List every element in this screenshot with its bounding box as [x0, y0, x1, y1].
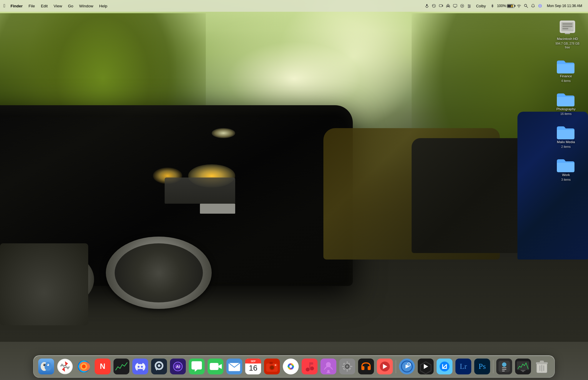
dock-compressor[interactable] [436, 358, 453, 375]
photography-sublabel: 16 items [560, 112, 572, 116]
mic-icon[interactable] [424, 3, 430, 9]
svg-rect-3 [439, 5, 442, 7]
notification-icon[interactable] [530, 3, 536, 9]
dock-istat[interactable] [514, 358, 532, 375]
svg-rect-127 [502, 371, 505, 371]
svg-rect-5 [453, 4, 457, 7]
desktop:  Finder File Edit View Go Window Help [0, 0, 588, 380]
svg-point-13 [470, 6, 470, 7]
menubar:  Finder File Edit View Go Window Help [0, 0, 588, 12]
window-menu[interactable]: Window [77, 3, 96, 9]
wallpaper-photo [0, 13, 588, 342]
dock-lightroom[interactable]: Lr [455, 358, 472, 375]
file-menu[interactable]: File [26, 3, 37, 9]
dock-facetime[interactable] [207, 358, 224, 375]
svg-point-124 [502, 362, 507, 367]
screen-record-icon[interactable] [438, 3, 444, 9]
dock-finder[interactable] [38, 358, 55, 375]
malix-media-label: Malix Media [557, 140, 575, 144]
svg-point-56 [158, 364, 160, 367]
dock-music[interactable] [301, 358, 318, 375]
desktop-item-malix-media[interactable]: Malix Media 2 items [553, 122, 579, 150]
dock-ai-tool[interactable]: AI [169, 358, 186, 375]
battery-icon: ⚡ [507, 4, 514, 8]
controls-icon[interactable] [467, 3, 472, 9]
svg-rect-125 [502, 367, 507, 368]
dock-podcasts[interactable] [320, 358, 337, 375]
dock-photo-capture[interactable] [263, 358, 280, 375]
dock-news[interactable]: N [94, 358, 111, 375]
finance-sublabel: 4 items [561, 79, 571, 83]
desktop-item-finance[interactable]: Finance 4 items [553, 56, 579, 84]
work-label: Work [562, 173, 570, 177]
svg-text:Ps: Ps [479, 362, 486, 371]
dock-photos[interactable] [282, 358, 299, 375]
time-machine-icon[interactable] [431, 3, 437, 9]
dock-discord[interactable] [132, 358, 149, 375]
desktop-item-work[interactable]: Work 3 items [553, 155, 579, 183]
help-menu[interactable]: Help [97, 3, 110, 9]
svg-rect-93 [326, 372, 330, 373]
finance-folder-icon [556, 57, 576, 73]
work-folder-icon [556, 156, 576, 172]
spotlight-icon[interactable] [523, 3, 529, 9]
dock-system-prefs[interactable] [339, 358, 356, 375]
dock-mail[interactable] [226, 358, 243, 375]
clock[interactable]: Mon Sep 16 11:36 AM [544, 3, 584, 9]
svg-point-36 [47, 364, 48, 365]
svg-point-34 [47, 364, 49, 366]
edit-menu[interactable]: Edit [39, 3, 50, 9]
dock-calendar[interactable]: SEP 16 [245, 358, 262, 375]
desktop-item-macintosh-hd[interactable]: Macintosh HD 994.7 GB, 278 GB free [553, 16, 582, 51]
svg-point-84 [289, 365, 292, 368]
siri-icon[interactable] [537, 3, 543, 9]
display-icon[interactable] [452, 3, 458, 9]
wifi-icon[interactable] [516, 3, 522, 9]
svg-point-33 [43, 364, 45, 366]
go-menu[interactable]: Go [66, 3, 76, 9]
dock-stocks[interactable] [113, 358, 130, 375]
svg-rect-130 [521, 370, 526, 371]
svg-point-46 [82, 364, 86, 368]
svg-rect-126 [502, 369, 507, 370]
svg-rect-98 [347, 369, 348, 371]
svg-text:Lr: Lr [460, 362, 467, 371]
dock-airdrop-downloads[interactable] [496, 358, 513, 375]
dock-steam[interactable] [151, 358, 168, 375]
dock-firefox[interactable] [75, 358, 92, 375]
dock-divider-2 [493, 360, 493, 373]
svg-text:N: N [100, 362, 106, 371]
svg-rect-0 [426, 4, 427, 6]
desktop-item-photography[interactable]: Photography 16 items [553, 89, 579, 117]
svg-rect-28 [565, 33, 570, 34]
bluetooth-icon[interactable] [490, 3, 495, 9]
hd-label: Macintosh HD [557, 37, 578, 41]
user-name[interactable]: Colby [474, 3, 488, 9]
svg-point-86 [306, 368, 310, 371]
svg-rect-25 [562, 26, 572, 27]
dock-messages[interactable] [188, 358, 205, 375]
svg-rect-100 [350, 366, 352, 367]
dock-garageband[interactable] [376, 358, 393, 375]
now-playing-icon[interactable] [460, 3, 465, 9]
dock-audacity[interactable] [358, 358, 375, 375]
dock-final-cut[interactable] [417, 358, 434, 375]
dock-photoshop[interactable]: Ps [474, 358, 491, 375]
svg-rect-89 [309, 362, 313, 364]
svg-point-96 [346, 365, 348, 367]
svg-point-74 [270, 366, 274, 369]
svg-rect-134 [540, 361, 544, 363]
dock-safari[interactable] [56, 358, 74, 375]
svg-rect-129 [517, 361, 529, 370]
dock-quicktime[interactable] [398, 358, 415, 375]
menubar-right: Colby 100% ⚡ [424, 3, 584, 9]
dock-divider [396, 360, 396, 373]
hd-sublabel: 994.7 GB, 278 GB free [554, 42, 581, 49]
svg-line-19 [527, 6, 528, 8]
finder-menu[interactable]: Finder [8, 3, 25, 9]
airdrop-icon[interactable] [445, 3, 451, 9]
desktop-items: Macintosh HD 994.7 GB, 278 GB free Finan… [553, 16, 582, 183]
apple-menu[interactable]:  [4, 3, 5, 9]
dock-trash[interactable] [533, 358, 550, 375]
view-menu[interactable]: View [51, 3, 64, 9]
